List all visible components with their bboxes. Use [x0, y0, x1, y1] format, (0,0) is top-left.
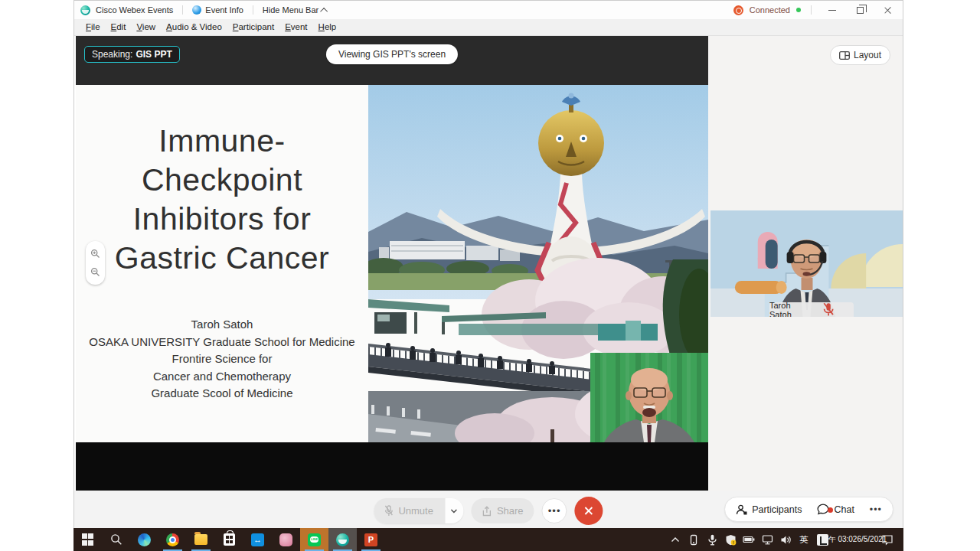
microsoft-store-icon: [224, 533, 235, 546]
tray-network-button[interactable]: [758, 534, 776, 545]
participants-icon: [736, 504, 747, 515]
tray-security-button[interactable]: [721, 534, 740, 546]
device-icon: [688, 534, 699, 546]
menu-item-help[interactable]: Help: [313, 19, 342, 35]
stage-letterbox: [76, 442, 708, 491]
webex-logo-icon: [80, 5, 90, 15]
menu-item-file[interactable]: File: [80, 19, 106, 35]
menu-item-view[interactable]: View: [131, 19, 161, 35]
mic-muted-icon: [384, 505, 393, 517]
desktop-screen: Cisco Webex Events Event Info Hide Menu …: [74, 0, 903, 551]
taskbar-webex-button[interactable]: [328, 528, 357, 551]
minimize-icon: [828, 10, 836, 11]
tray-microphone-button[interactable]: [703, 534, 721, 546]
app-title: Cisco Webex Events: [96, 5, 173, 15]
participant-video[interactable]: Taroh Satoh: [710, 210, 903, 317]
mic-muted-icon: [803, 302, 854, 317]
action-center-button[interactable]: [876, 534, 899, 546]
taskbar-line-button[interactable]: LINE: [300, 528, 328, 551]
taskbar-store-button[interactable]: [215, 528, 243, 551]
leave-event-button[interactable]: [575, 497, 603, 525]
participants-button[interactable]: Participants: [728, 504, 809, 515]
minimize-button[interactable]: [822, 2, 843, 18]
menu-item-participant[interactable]: Participant: [227, 19, 279, 35]
tray-device-button[interactable]: [684, 534, 703, 546]
slide-text-area: Immune- Checkpoint Inhibitors for Gastri…: [76, 85, 368, 442]
unmute-button[interactable]: Unmute: [374, 498, 444, 523]
close-icon: [584, 506, 594, 516]
layout-button[interactable]: Layout: [830, 45, 890, 65]
hide-menu-bar-button[interactable]: Hide Menu Bar: [263, 5, 328, 15]
chat-button[interactable]: Chat: [809, 504, 861, 515]
connection-icon: [733, 5, 743, 15]
edge-icon: [138, 533, 151, 546]
taskbar-search-button[interactable]: [102, 528, 130, 551]
line-icon: LINE: [308, 533, 321, 546]
windows-taskbar: ↔ LINE P: [74, 528, 903, 551]
system-tray: 英 下午 03:02 6/5/2021: [666, 528, 903, 551]
control-bar: Unmute Share •••: [74, 491, 903, 529]
taskbar-clock[interactable]: 下午 03:02 6/5/2021: [831, 535, 876, 544]
taskbar-edge-button[interactable]: [130, 528, 158, 551]
search-icon: [110, 533, 122, 546]
chevron-up-icon: [320, 7, 328, 15]
meeting-stage: Speaking: GIS PPT Viewing GIS PPT's scre…: [76, 36, 708, 491]
battery-icon: [743, 535, 755, 544]
divider: [811, 5, 812, 15]
speaking-label: Speaking:: [92, 49, 132, 60]
teamviewer-icon: ↔: [251, 533, 264, 546]
participant-name: Taroh Satoh: [769, 301, 797, 318]
layout-icon: [839, 51, 850, 60]
close-icon: [884, 6, 892, 15]
video-nameplate: Taroh Satoh: [769, 302, 854, 317]
chat-notification-dot: [828, 507, 833, 513]
chrome-icon: [166, 533, 179, 546]
connected-status-dot: [796, 8, 801, 12]
network-display-icon: [762, 534, 773, 545]
share-icon: [482, 506, 492, 517]
taskbar-powerpoint-button[interactable]: P: [357, 528, 385, 551]
menu-item-edit[interactable]: Edit: [106, 19, 132, 35]
connected-label: Connected: [750, 5, 790, 15]
slide-title: Immune- Checkpoint Inhibitors for Gastri…: [76, 122, 368, 278]
tray-volume-button[interactable]: [776, 535, 795, 545]
microphone-icon: [707, 534, 717, 546]
participant-video-frame: [710, 210, 903, 317]
screenshot-canvas: Cisco Webex Events Event Info Hide Menu …: [0, 0, 980, 551]
zoom-in-button[interactable]: [90, 249, 100, 259]
shared-screen: Immune- Checkpoint Inhibitors for Gastri…: [76, 85, 708, 442]
menu-item-event[interactable]: Event: [279, 19, 312, 35]
more-panels-button[interactable]: •••: [862, 504, 890, 515]
ime-language-indicator[interactable]: 英: [795, 534, 813, 546]
unmute-options-button[interactable]: [444, 498, 463, 523]
taskbar-file-explorer-button[interactable]: [187, 528, 215, 551]
divider: [253, 5, 253, 15]
right-panel: Layout: [708, 36, 903, 491]
powerpoint-icon: P: [364, 533, 377, 546]
close-button[interactable]: [877, 2, 898, 18]
file-explorer-icon: [194, 534, 207, 545]
speaker-icon: [780, 535, 792, 545]
pink-app-icon: [279, 533, 292, 546]
taskbar-chrome-button[interactable]: [158, 528, 187, 551]
webex-window: Cisco Webex Events Event Info Hide Menu …: [74, 0, 903, 528]
chevron-up-icon: [671, 536, 680, 543]
defender-shield-icon: [725, 534, 737, 546]
taskbar-teamviewer-button[interactable]: ↔: [243, 528, 272, 551]
more-options-button[interactable]: •••: [542, 498, 567, 523]
menu-bar: File Edit View Audio & Video Participant…: [74, 19, 903, 36]
restore-button[interactable]: [849, 2, 871, 18]
unmute-split-button: Unmute: [374, 498, 463, 523]
viewing-banner: Viewing GIS PPT's screen: [326, 44, 458, 64]
divider: [182, 5, 183, 15]
zoom-controls: [86, 241, 105, 285]
title-bar: Cisco Webex Events Event Info Hide Menu …: [74, 1, 903, 19]
tray-battery-button[interactable]: [740, 535, 758, 544]
tray-expand-button[interactable]: [666, 536, 684, 543]
zoom-out-button[interactable]: [90, 267, 100, 277]
share-button[interactable]: Share: [471, 498, 534, 523]
menu-item-audio-video[interactable]: Audio & Video: [161, 19, 227, 35]
taskbar-app-button[interactable]: [272, 528, 300, 551]
start-button[interactable]: [74, 528, 102, 551]
event-info-button[interactable]: Event Info: [192, 5, 243, 15]
